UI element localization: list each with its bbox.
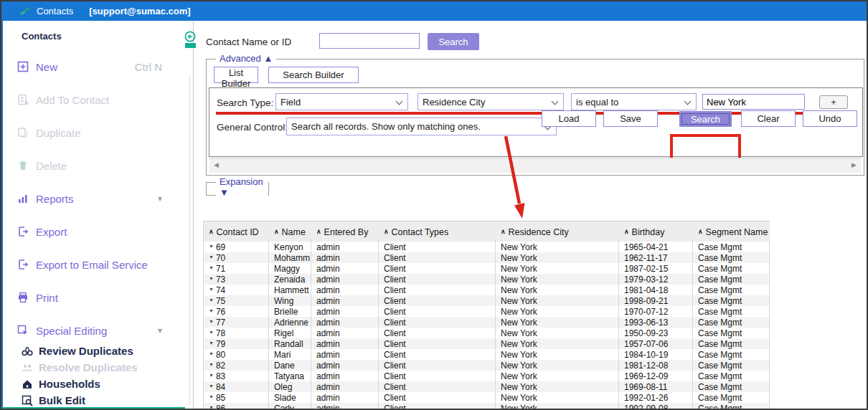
table-row[interactable]: ▼69KenyonadminClientNew York1965-04-21Ca… bbox=[204, 242, 770, 252]
row-expand-icon[interactable]: ▼ bbox=[209, 319, 214, 324]
column-header-birthday[interactable]: ∧Birthday bbox=[619, 221, 693, 242]
cell-value: 82 bbox=[216, 361, 225, 371]
search-type-select[interactable]: Field bbox=[275, 93, 408, 110]
table-row[interactable]: ▼77AdrienneadminClientNew York1993-06-13… bbox=[204, 317, 770, 328]
search-button[interactable]: Search bbox=[679, 111, 732, 127]
criteria-value-input[interactable] bbox=[702, 94, 805, 110]
cell-value: Client bbox=[384, 242, 406, 252]
table-row[interactable]: ▼78RigeladminClientNew York1950-09-23Cas… bbox=[204, 328, 770, 338]
scroll-right-icon[interactable]: ▶ bbox=[852, 161, 857, 168]
cell-value: Case Mgmt bbox=[698, 350, 742, 360]
row-expand-icon[interactable]: ▼ bbox=[209, 383, 214, 388]
undo-button[interactable]: Undo bbox=[803, 110, 857, 127]
table-row[interactable]: ▼83TatyanaadminClientNew York1969-12-09C… bbox=[204, 371, 770, 381]
sidebar-scrollbar-track[interactable] bbox=[189, 75, 190, 406]
quick-search-button[interactable]: Search bbox=[428, 33, 479, 50]
cell-entered-by: admin bbox=[311, 392, 379, 403]
cell-value: Case Mgmt bbox=[698, 339, 742, 349]
cell-entered-by: admin bbox=[311, 274, 379, 285]
sidebar-item-households[interactable]: Households bbox=[1, 377, 182, 391]
column-header-label: Name bbox=[282, 227, 306, 237]
row-expand-icon[interactable]: ▼ bbox=[209, 373, 214, 378]
sort-ascending-icon[interactable]: ∧ bbox=[316, 228, 321, 235]
table-row[interactable]: ▼80MariadminClientNew York1984-10-19Case… bbox=[204, 349, 770, 360]
general-control-select[interactable]: Search all records. Show only matching o… bbox=[286, 118, 557, 135]
table-row[interactable]: ▼76BrielleadminClientNew York1970-07-12C… bbox=[204, 306, 770, 317]
row-expand-icon[interactable]: ▼ bbox=[209, 362, 214, 367]
sidebar-scrollbar-thumb[interactable] bbox=[185, 43, 196, 48]
table-row[interactable]: ▼71MaggyadminClientNew York1987-02-15Cas… bbox=[204, 263, 770, 274]
row-expand-icon[interactable]: ▼ bbox=[209, 254, 214, 259]
row-expand-icon[interactable]: ▼ bbox=[209, 405, 214, 409]
cell-residence-city: New York bbox=[496, 360, 619, 371]
row-expand-icon[interactable]: ▼ bbox=[209, 265, 214, 270]
row-expand-icon[interactable]: ▼ bbox=[209, 308, 214, 313]
row-expand-icon[interactable]: ▼ bbox=[209, 244, 214, 249]
cell-value: New York bbox=[501, 318, 537, 328]
scroll-left-icon[interactable]: ◀ bbox=[214, 161, 219, 168]
advanced-legend[interactable]: Advanced ▲ bbox=[216, 53, 276, 64]
sidebar-item-label: Special Editing bbox=[36, 325, 107, 337]
column-header-segment-name[interactable]: ∧Segment Name bbox=[693, 221, 770, 242]
row-expand-icon[interactable]: ▼ bbox=[209, 394, 214, 399]
sidebar-item-new[interactable]: NewCtrl N bbox=[1, 59, 182, 75]
sidebar-item-print[interactable]: Print bbox=[1, 290, 182, 305]
table-row[interactable]: ▼75WingadminClientNew York1998-09-21Case… bbox=[204, 295, 770, 306]
column-header-name[interactable]: ∧Name bbox=[269, 221, 311, 242]
cell-value: 1992-01-26 bbox=[624, 393, 668, 403]
sort-ascending-icon[interactable]: ∧ bbox=[384, 228, 389, 235]
sidebar-item-review-duplicates[interactable]: Review Duplicates bbox=[1, 344, 182, 358]
expansion-legend[interactable]: Expansion ▼ bbox=[216, 176, 268, 198]
operator-select[interactable]: is equal to bbox=[571, 93, 697, 110]
chevron-down-icon[interactable]: ▾ bbox=[158, 325, 162, 335]
cell-value: Mohamm bbox=[274, 253, 310, 263]
cell-value: New York bbox=[501, 382, 537, 392]
sidebar-item-export-to-email-service[interactable]: Export to Email Service bbox=[1, 257, 182, 272]
table-row[interactable]: ▼82DaneadminClientNew York1981-12-08Case… bbox=[204, 360, 770, 371]
list-builder-button[interactable]: List Builder bbox=[214, 67, 258, 83]
collapse-panel-icon[interactable] bbox=[184, 31, 196, 42]
table-row[interactable]: ▼70MohammadminClientNew York1962-11-17Ca… bbox=[204, 252, 770, 263]
chevron-down-icon[interactable]: ▾ bbox=[158, 194, 162, 204]
sort-ascending-icon[interactable]: ∧ bbox=[501, 228, 506, 235]
row-expand-icon[interactable]: ▼ bbox=[209, 287, 214, 292]
sort-ascending-icon[interactable]: ∧ bbox=[698, 228, 703, 235]
table-row[interactable]: ▼85SladeadminClientNew York1992-01-26Cas… bbox=[204, 392, 770, 403]
clear-button[interactable]: Clear bbox=[741, 110, 796, 127]
cell-value: 73 bbox=[216, 275, 225, 285]
table-row[interactable]: ▼84OlegadminClientNew York1969-08-11Case… bbox=[204, 381, 770, 392]
export-icon bbox=[17, 259, 29, 271]
save-button[interactable]: Save bbox=[603, 110, 658, 127]
row-expand-icon[interactable]: ▼ bbox=[209, 297, 214, 302]
sidebar-item-export[interactable]: Export bbox=[1, 224, 182, 239]
table-row[interactable]: ▼74HammettadminClientNew York1981-04-18C… bbox=[204, 285, 770, 295]
row-expand-icon[interactable]: ▼ bbox=[209, 276, 214, 281]
row-expand-icon[interactable]: ▼ bbox=[209, 340, 214, 345]
add-criterion-button[interactable]: + bbox=[819, 95, 848, 109]
column-separator bbox=[378, 239, 379, 409]
sort-ascending-icon[interactable]: ∧ bbox=[624, 228, 629, 235]
row-expand-icon[interactable]: ▼ bbox=[209, 330, 214, 335]
cell-value: admin bbox=[316, 350, 340, 360]
sidebar-item-reports[interactable]: Reports▾ bbox=[1, 191, 182, 206]
cell-value: 70 bbox=[216, 253, 225, 263]
sidebar-item-special-editing[interactable]: Special Editing▾ bbox=[1, 323, 182, 338]
account-label: [support@sumac.com] bbox=[89, 6, 190, 16]
load-button[interactable]: Load bbox=[542, 110, 596, 127]
table-row[interactable]: ▼73ZenaidaadminClientNew York1979-03-12C… bbox=[204, 274, 770, 285]
search-builder-button[interactable]: Search Builder bbox=[268, 67, 359, 83]
column-header-contact-types[interactable]: ∧Contact Types bbox=[379, 221, 496, 242]
table-row[interactable]: ▼86CarlyadminClientNew York1992-09-08Cas… bbox=[204, 403, 770, 409]
horizontal-scrollbar[interactable]: ◀ ▶ bbox=[209, 158, 861, 173]
sort-ascending-icon[interactable]: ∧ bbox=[209, 228, 214, 235]
column-header-entered-by[interactable]: ∧Entered By bbox=[311, 221, 379, 242]
cell-residence-city: New York bbox=[496, 381, 619, 392]
table-row[interactable]: ▼79RandalladminClientNew York1957-07-06C… bbox=[204, 338, 770, 349]
column-header-contact-id[interactable]: ∧Contact ID bbox=[204, 221, 269, 242]
sidebar-item-bulk-edit[interactable]: Bulk Edit bbox=[1, 394, 182, 407]
column-header-residence-city[interactable]: ∧Residence City bbox=[496, 221, 619, 242]
field-select[interactable]: Residence City bbox=[418, 93, 564, 110]
contact-name-input[interactable] bbox=[319, 33, 420, 49]
row-expand-icon[interactable]: ▼ bbox=[209, 351, 214, 356]
sort-ascending-icon[interactable]: ∧ bbox=[274, 228, 279, 235]
